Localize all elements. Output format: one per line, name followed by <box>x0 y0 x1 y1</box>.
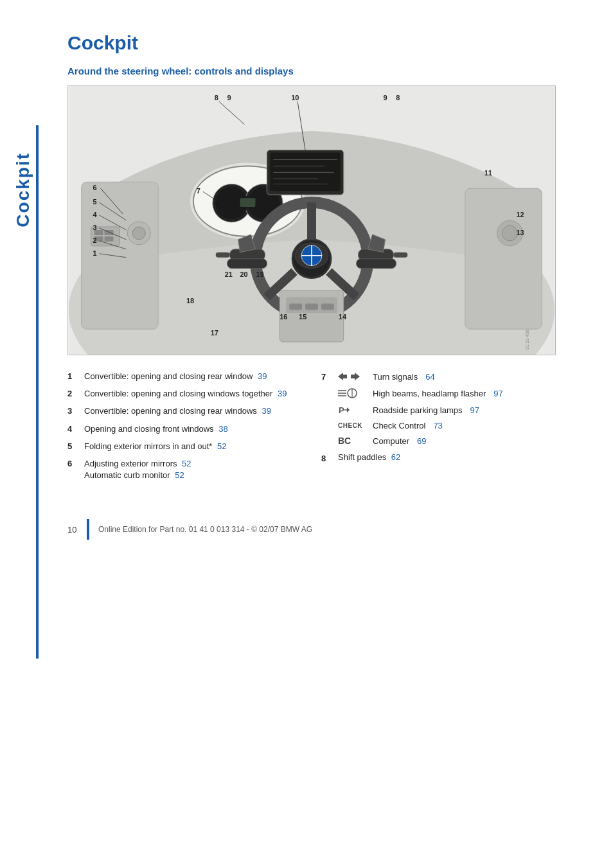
item-number: 4 <box>67 423 80 435</box>
computer-icon-area: BC <box>338 436 364 446</box>
page-number: 10 <box>67 525 87 535</box>
item-number: 6 <box>67 458 80 470</box>
svg-text:01 23 456: 01 23 456 <box>525 330 529 350</box>
svg-text:7: 7 <box>197 187 200 195</box>
svg-rect-46 <box>465 188 542 329</box>
item-number: 3 <box>67 405 80 417</box>
svg-text:6: 6 <box>93 184 97 191</box>
side-label: Cockpit <box>12 125 35 254</box>
page-link[interactable]: 39 <box>258 371 267 381</box>
svg-text:1: 1 <box>93 249 97 257</box>
svg-point-38 <box>132 227 145 240</box>
list-item: 7 Turn signals 64 <box>321 371 556 446</box>
page-link[interactable]: 64 <box>425 372 434 382</box>
side-label-text: Cockpit <box>13 152 33 227</box>
svg-text:2: 2 <box>93 236 97 244</box>
footer-copyright: Online Edition for Part no. 01 41 0 013 … <box>98 525 312 534</box>
parking-lamps-label: Roadside parking lamps <box>373 405 462 415</box>
list-item: 1 Convertible: opening and closing rear … <box>67 371 302 382</box>
item-text: Opening and closing front windows 38 <box>84 423 302 435</box>
page-link[interactable]: 38 <box>218 424 227 434</box>
svg-rect-30 <box>393 252 407 258</box>
left-column: 1 Convertible: opening and closing rear … <box>67 371 302 487</box>
svg-text:4: 4 <box>93 211 98 218</box>
page-link[interactable]: 52 <box>217 441 226 451</box>
svg-text:10: 10 <box>291 94 299 102</box>
item-number: 2 <box>67 388 80 400</box>
svg-text:14: 14 <box>339 313 347 321</box>
check-control-icon-text: CHECK <box>338 422 362 429</box>
page-title: Cockpit <box>67 32 594 54</box>
high-beams-icon-area <box>338 387 364 399</box>
page-link[interactable]: 39 <box>262 406 271 416</box>
item-number: 5 <box>67 441 80 452</box>
right-column: 7 Turn signals 64 <box>321 371 556 487</box>
footer: 10 Online Edition for Part no. 01 41 0 0… <box>48 506 613 553</box>
turn-signals-icon <box>338 371 360 382</box>
page-link[interactable]: 52 <box>182 459 191 468</box>
turn-signals-icon-area <box>338 371 364 382</box>
svg-text:P: P <box>339 405 344 415</box>
svg-text:3: 3 <box>93 224 97 231</box>
svg-text:16: 16 <box>280 313 287 321</box>
high-beams-label: High beams, headlamp flasher <box>373 389 486 398</box>
list-item-shift-paddles: 8 Shift paddles 62 <box>321 452 556 463</box>
item-number: 7 <box>321 372 334 382</box>
page-link[interactable]: 39 <box>278 389 287 398</box>
high-beams-icon <box>338 387 360 399</box>
car-image: ◁◁ ▷▷ 8 9 10 <box>67 85 556 355</box>
svg-text:17: 17 <box>211 329 218 337</box>
bottom-content: 1 Convertible: opening and closing rear … <box>67 371 556 487</box>
svg-rect-10 <box>270 153 340 191</box>
list-item: 4 Opening and closing front windows 38 <box>67 423 302 435</box>
item-text: Convertible: opening and closing windows… <box>84 388 302 400</box>
check-control-label: Check Control <box>373 421 425 430</box>
computer-icon-text: BC <box>338 436 351 446</box>
item-text: Adjusting exterior mirrors 52 Automatic … <box>84 458 302 481</box>
check-control-icon-area: CHECK <box>338 422 364 429</box>
page-link[interactable]: 52 <box>175 470 184 480</box>
svg-text:8: 8 <box>396 94 400 102</box>
svg-marker-83 <box>351 373 360 380</box>
sub-items-group: Turn signals 64 <box>338 371 503 446</box>
page-link[interactable]: 97 <box>493 389 502 398</box>
svg-text:12: 12 <box>516 211 524 218</box>
page-link[interactable]: 97 <box>470 405 479 415</box>
svg-point-48 <box>502 226 518 241</box>
svg-rect-8 <box>240 198 256 207</box>
svg-text:5: 5 <box>93 198 97 206</box>
footer-bar-accent <box>87 519 89 540</box>
shift-paddles-label: Shift paddles 62 <box>338 452 400 462</box>
svg-text:9: 9 <box>227 94 231 102</box>
list-item: 2 Convertible: opening and closing windo… <box>67 388 302 400</box>
sub-item-computer: BC Computer 69 <box>338 436 503 446</box>
sub-item-check-control: CHECK Check Control 73 <box>338 421 503 430</box>
svg-text:21: 21 <box>225 270 233 278</box>
page-link[interactable]: 73 <box>433 421 442 430</box>
car-interior-svg: ◁◁ ▷▷ 8 9 10 <box>68 86 555 355</box>
svg-text:8: 8 <box>215 94 218 102</box>
list-item: 3 Convertible: opening and closing rear … <box>67 405 302 417</box>
item-text: Convertible: opening and closing rear wi… <box>84 405 302 417</box>
turn-signals-label: Turn signals <box>373 372 418 382</box>
computer-label: Computer <box>373 436 409 446</box>
svg-text:11: 11 <box>484 169 492 177</box>
sub-item-parking-lamps: P Roadside parking lamps 97 <box>338 404 503 416</box>
svg-text:▷▷: ▷▷ <box>396 246 405 252</box>
svg-rect-27 <box>216 252 230 258</box>
svg-text:18: 18 <box>186 297 194 305</box>
item-text: Convertible: opening and closing rear wi… <box>84 371 302 382</box>
page-link[interactable]: 69 <box>417 436 426 446</box>
svg-rect-26 <box>227 259 267 269</box>
list-item: 6 Adjusting exterior mirrors 52 Automati… <box>67 458 302 481</box>
svg-text:9: 9 <box>383 94 387 102</box>
svg-rect-43 <box>289 303 302 310</box>
svg-rect-29 <box>357 259 396 269</box>
svg-rect-36 <box>105 236 114 242</box>
svg-marker-82 <box>338 373 347 380</box>
parking-lamps-icon: P <box>338 404 360 416</box>
page-link[interactable]: 62 <box>391 452 400 462</box>
svg-rect-44 <box>305 303 318 310</box>
left-border-accent <box>36 125 39 659</box>
item-number: 8 <box>321 454 334 463</box>
